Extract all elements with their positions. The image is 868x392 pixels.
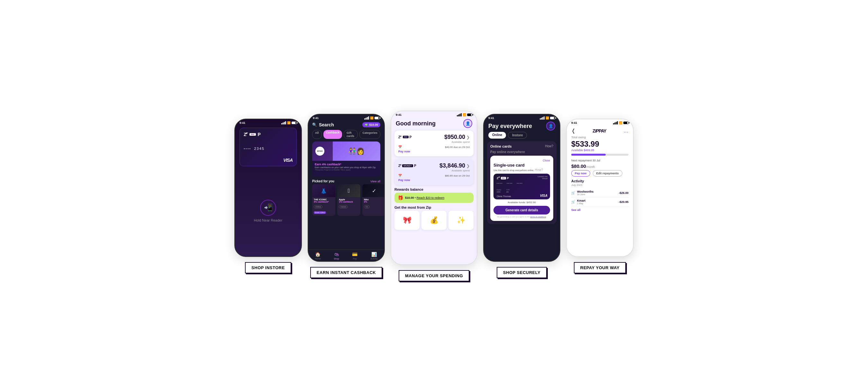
vc-pay-badge: PAY — [501, 177, 506, 179]
tab-online[interactable]: Online — [488, 132, 506, 139]
secure-avatar[interactable]: 👤 — [546, 122, 555, 130]
money-badge: MONEY — [402, 164, 413, 167]
signal-icon-1 — [281, 121, 286, 124]
promo-title: Earn 4% cashback* — [315, 163, 378, 166]
store-card-iconic[interactable]: 👗 THE ICONIC 4% cashback* Online Ends 12… — [312, 184, 335, 216]
terms-link[interactable]: terms & conditions — [530, 216, 546, 218]
status-time-3: 9:41 — [396, 113, 402, 116]
filter-categories[interactable]: Categories — [360, 130, 380, 139]
woolworths-left: 🛒 Woolworths 30 June — [571, 190, 593, 195]
battery-icon-2 — [374, 117, 380, 119]
morning-header: Good morning 👤 — [391, 117, 477, 129]
zip-sm-logo: ZIP — [398, 135, 401, 139]
label-cashback: EARN INSTANT CASHBACK — [310, 267, 382, 278]
status-icons-1: 📶 — [281, 121, 297, 124]
zipmoney-pay-btn[interactable]: Pay now — [398, 179, 470, 182]
nav-shop[interactable]: 🛍 Shop — [334, 252, 339, 260]
nike-image: ✓ — [362, 184, 384, 197]
status-icons-2: 📶 — [364, 116, 380, 120]
nike-name: Nike — [364, 199, 384, 201]
close-button[interactable]: Close — [494, 159, 550, 162]
view-all-link[interactable]: View all — [370, 180, 380, 183]
search-header: 🔍 Search 💵 $10.00 — [308, 120, 384, 130]
iconic-image: 👗 — [312, 184, 335, 197]
calendar-icon-2: 📅 — [398, 174, 402, 177]
apple-tag: Instore — [339, 205, 348, 208]
nav-home[interactable]: 🏠 Home — [315, 252, 321, 260]
visa-logo: VISA — [283, 157, 292, 163]
zip-card: ZIP PAY P •••• 2345 VISA — [240, 128, 297, 166]
pay-now-button[interactable]: Pay now — [571, 170, 590, 177]
more-options-button[interactable]: … — [623, 128, 628, 134]
activity-woolworths[interactable]: 🛒 Woolworths 30 June -$26.00 — [571, 188, 628, 198]
user-avatar[interactable]: 👤 — [463, 119, 472, 128]
see-all-link[interactable]: See all — [567, 207, 633, 213]
zipmoney-due-row: 📅 $80.85 due on 29 Oct — [398, 174, 470, 177]
edit-repayments-button[interactable]: Edit repayments — [593, 170, 622, 177]
back-button[interactable]: ❬ — [571, 128, 576, 134]
tab-instore[interactable]: Instore — [508, 132, 527, 139]
zipmoney-due-text: $80.85 due on 29 Oct — [445, 174, 470, 177]
kmart-name: Kmart — [577, 199, 585, 202]
filter-all[interactable]: All — [312, 130, 322, 139]
nav-pay[interactable]: 💳 Pay — [352, 252, 358, 260]
activity-kmart[interactable]: 🛒 Kmart 1 May -$20.95 — [571, 198, 628, 207]
nfc-icon: 📲 — [260, 200, 276, 216]
wifi-icon-3: 📶 — [463, 113, 466, 116]
signal-icon-2 — [364, 116, 369, 120]
greeting-text: Good morning — [396, 120, 436, 127]
status-bar-5: 9:41 📶 — [567, 119, 633, 125]
status-icons-4: 📶 — [540, 116, 555, 120]
battery-icon-5 — [623, 122, 628, 124]
how-link-2[interactable]: How? — [535, 168, 543, 172]
iconic-name: THE ICONIC — [314, 199, 334, 201]
store-card-nike[interactable]: ✓ Nike 3% On — [362, 184, 384, 216]
phone-wrapper-shop-instore: 9:41 📶 — [235, 119, 302, 273]
phone-shop-instore: 9:41 📶 — [235, 119, 302, 257]
online-cards-header: Online cards How? — [490, 144, 553, 148]
status-time-2: 9:41 — [313, 116, 318, 120]
zippay-pay-btn[interactable]: Pay now — [398, 150, 470, 153]
promo-card-myer[interactable]: MYER 👫👩 Earn 4% cashback* Earn cashbacks… — [312, 142, 380, 177]
label-shop-instore: SHOP INSTORE — [245, 262, 291, 273]
rewards-title: Rewards balance — [395, 187, 473, 191]
transaction-icon-1: 🛒 — [571, 191, 575, 194]
zipmoney-amount-row: $3,846.90 ❯ — [439, 162, 470, 169]
vc-expiry-row: Expiry ••/•• CVV ••• — [497, 189, 509, 193]
get-card-1[interactable]: 🎀 — [395, 211, 420, 230]
p-badge: P — [258, 132, 261, 137]
how-link[interactable]: How? — [545, 144, 553, 148]
search-bar[interactable]: 🔍 Search — [312, 122, 360, 127]
zipmoney-account-card[interactable]: ZIP MONEY P $3,846.90 ❯ Available spend — [395, 159, 473, 185]
label-repay: REPAY YOUR WAY — [574, 262, 626, 273]
get-card-3[interactable]: ✨ — [448, 211, 473, 230]
woolworths-date: 30 June — [577, 193, 593, 195]
activity-month: July 2023 — [571, 184, 628, 186]
status-time-5: 9:41 — [571, 121, 577, 124]
limited-badge: Limited useVirtual — [537, 176, 548, 179]
kmart-date: 1 May — [577, 202, 585, 205]
filter-cashback[interactable]: Cashback — [323, 130, 342, 139]
status-bar-4: 9:41 📶 — [484, 115, 560, 120]
vc-p: P — [507, 177, 509, 180]
zipmoney-p: P — [414, 164, 416, 168]
progress-bar-container — [571, 154, 628, 156]
store-card-apple[interactable]:  Apple 1% cashback Instore — [337, 184, 361, 216]
battery-icon-1 — [291, 122, 297, 124]
online-cards-title: Online cards — [490, 144, 512, 148]
wifi-icon-5: 📶 — [619, 121, 622, 124]
kmart-left: 🛒 Kmart 1 May — [571, 199, 585, 205]
zipmoney-sm-logo: ZIP — [398, 164, 401, 168]
dollar-icon: 💰 — [430, 216, 438, 224]
activity-title: Activity — [571, 179, 628, 183]
apple-cashback: 1% cashback — [339, 201, 359, 203]
filter-giftcards[interactable]: Gift cards — [344, 130, 358, 139]
zippay-account-card[interactable]: ZIP PAY P $950.00 ❯ Available spend 📅 — [395, 130, 473, 156]
vc-cvv: CVV ••• — [506, 189, 509, 193]
gen-card-button[interactable]: Generate card details — [494, 206, 550, 214]
get-card-2[interactable]: 💰 — [422, 211, 446, 230]
kmart-info: Kmart 1 May — [577, 199, 585, 205]
vc-expiry: Expiry ••/•• — [497, 189, 501, 193]
rewards-amount: $10.00 — [405, 196, 414, 200]
nav-activity[interactable]: 📊 Activity — [371, 252, 378, 260]
